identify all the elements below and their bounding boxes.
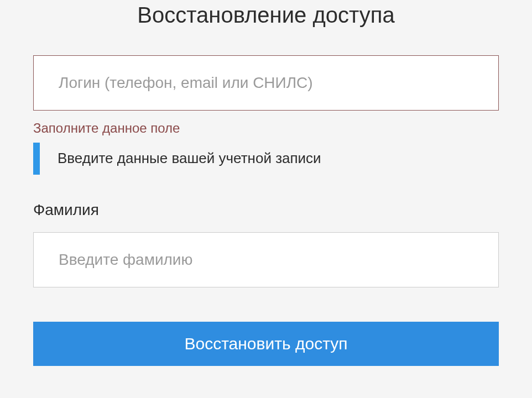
login-field-wrapper bbox=[33, 55, 499, 111]
login-error-message: Заполните данное поле bbox=[33, 121, 499, 136]
page-title: Восстановление доступа bbox=[33, 3, 499, 28]
info-bar bbox=[33, 143, 40, 175]
info-block: Введите данные вашей учетной записи bbox=[33, 143, 499, 175]
surname-label: Фамилия bbox=[33, 201, 499, 219]
restore-access-button[interactable]: Восстановить доступ bbox=[33, 322, 499, 366]
info-text: Введите данные вашей учетной записи bbox=[58, 143, 321, 175]
login-input[interactable] bbox=[33, 55, 499, 111]
surname-input[interactable] bbox=[33, 232, 499, 287]
